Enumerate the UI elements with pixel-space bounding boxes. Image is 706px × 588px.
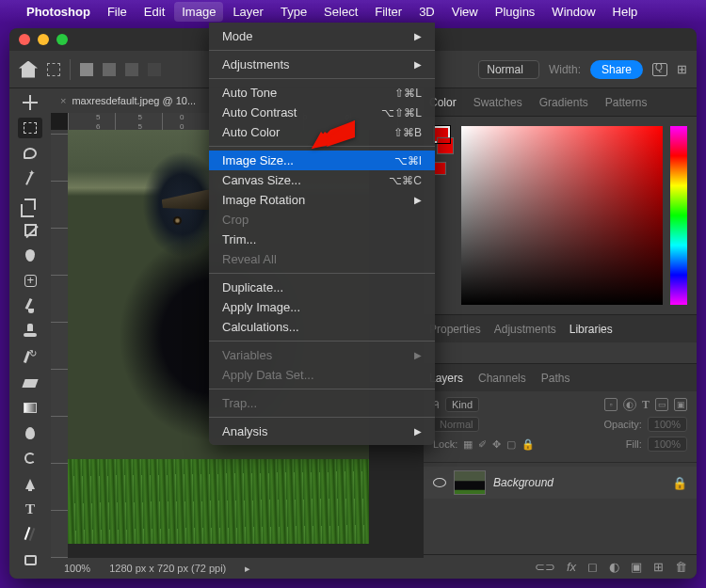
menu-mode[interactable]: Mode▶ — [209, 26, 435, 46]
gradient-tool[interactable] — [18, 397, 42, 418]
menu-auto-tone[interactable]: Auto Tone⇧⌘L — [209, 83, 435, 103]
tab-channels[interactable]: Channels — [478, 372, 526, 385]
fill-swatch4-icon[interactable] — [148, 63, 161, 76]
menubar-app[interactable]: Photoshop — [26, 5, 90, 19]
menu-image[interactable]: Image — [174, 2, 223, 22]
zoom-level[interactable]: 100% — [64, 563, 90, 574]
menu-filter[interactable]: Filter — [375, 5, 402, 19]
tab-libraries[interactable]: Libraries — [570, 323, 613, 336]
lasso-tool[interactable] — [18, 143, 42, 164]
group-icon[interactable]: ▣ — [631, 560, 642, 574]
stamp-tool[interactable] — [18, 321, 42, 342]
share-button[interactable]: Share — [590, 60, 643, 79]
layer-thumbnail[interactable] — [454, 470, 486, 495]
search-icon[interactable] — [652, 63, 667, 76]
menu-auto-contrast[interactable]: Auto Contrast⌥⇧⌘L — [209, 103, 435, 122]
heal-tool[interactable] — [18, 270, 42, 291]
type-tool[interactable]: T — [18, 499, 42, 519]
lock-transparent-icon[interactable]: ▦ — [463, 438, 473, 451]
pen-tool[interactable] — [18, 473, 42, 494]
marquee-preset-icon[interactable] — [47, 63, 60, 76]
crop-tool[interactable] — [18, 194, 42, 215]
opacity-value[interactable]: 100% — [648, 417, 687, 432]
lock-paint-icon[interactable]: ✐ — [478, 438, 487, 451]
fx-icon[interactable]: fx — [567, 560, 576, 574]
fill-swatch3-icon[interactable] — [125, 63, 138, 76]
menu-type[interactable]: Type — [281, 5, 307, 19]
menu-auto-color[interactable]: Auto Color⇧⌘B — [209, 122, 435, 142]
menu-view[interactable]: View — [452, 5, 478, 19]
marquee-tool[interactable] — [18, 118, 42, 138]
blur-tool[interactable] — [18, 422, 42, 443]
history-brush-tool[interactable] — [18, 346, 42, 367]
background-swatch[interactable] — [437, 137, 454, 154]
menu-canvas-size[interactable]: Canvas Size...⌥⌘C — [209, 170, 435, 190]
color-field[interactable] — [461, 126, 663, 305]
workspace-icon[interactable]: ⊞ — [677, 62, 687, 76]
mini-swatch[interactable] — [433, 162, 446, 175]
menu-edit[interactable]: Edit — [144, 5, 165, 19]
fill-swatch2-icon[interactable] — [103, 63, 116, 76]
layer-row[interactable]: Background 🔒 — [424, 467, 697, 499]
tab-gradients[interactable]: Gradients — [539, 96, 588, 109]
minimize-traffic-light[interactable] — [38, 34, 49, 45]
path-tool[interactable] — [18, 524, 42, 545]
filter-smart-icon[interactable]: ▣ — [674, 398, 687, 411]
doc-info[interactable]: 1280 px x 720 px (72 ppi) — [109, 563, 226, 574]
brush-tool[interactable] — [18, 295, 42, 316]
mask-icon[interactable]: ◻ — [587, 560, 598, 574]
menu-calculations[interactable]: Calculations... — [209, 317, 435, 337]
menu-file[interactable]: File — [107, 5, 127, 19]
lock-all-icon[interactable]: 🔒 — [521, 438, 535, 451]
fill-value[interactable]: 100% — [648, 437, 687, 452]
filter-adjust-icon[interactable]: ◐ — [623, 398, 636, 411]
filter-kind[interactable]: Kind — [445, 397, 479, 412]
adjust-layer-icon[interactable]: ◐ — [609, 560, 619, 574]
dodge-tool[interactable] — [18, 448, 42, 469]
fill-swatch-icon[interactable] — [80, 63, 93, 76]
menu-adjustments[interactable]: Adjustments▶ — [209, 55, 435, 74]
new-layer-icon[interactable]: ⊞ — [653, 560, 664, 574]
move-tool[interactable] — [18, 92, 42, 113]
blend-mode[interactable]: Normal — [433, 417, 479, 432]
frame-tool[interactable] — [18, 219, 42, 240]
info-arrow-icon[interactable]: ▸ — [245, 563, 250, 575]
menu-image-rotation[interactable]: Image Rotation▶ — [209, 190, 435, 210]
menu-image-size[interactable]: Image Size...⌥⌘I — [209, 151, 435, 170]
menu-apply-image[interactable]: Apply Image... — [209, 297, 435, 317]
eyedropper-tool[interactable] — [18, 245, 42, 265]
lock-artboard-icon[interactable]: ▢ — [506, 438, 516, 451]
close-tab-icon[interactable]: × — [60, 95, 66, 106]
close-traffic-light[interactable] — [19, 34, 30, 45]
link-icon[interactable]: ⊂⊃ — [535, 560, 555, 574]
menu-duplicate[interactable]: Duplicate... — [209, 278, 435, 297]
menu-plugins[interactable]: Plugins — [495, 5, 536, 19]
filter-type-icon[interactable]: T — [642, 398, 650, 412]
eraser-tool[interactable] — [18, 372, 42, 392]
wand-tool[interactable] — [18, 168, 42, 189]
mode-select[interactable]: Normal — [478, 60, 539, 79]
menu-3d[interactable]: 3D — [419, 5, 435, 19]
layer-name[interactable]: Background — [493, 476, 554, 489]
tab-paths[interactable]: Paths — [541, 372, 570, 385]
lock-position-icon[interactable]: ✥ — [492, 438, 501, 451]
menu-select[interactable]: Select — [324, 5, 358, 19]
menu-analysis[interactable]: Analysis▶ — [209, 421, 435, 441]
delete-icon[interactable]: 🗑 — [675, 560, 687, 574]
menu-trim[interactable]: Trim... — [209, 230, 435, 249]
fg-bg-swatches[interactable] — [433, 126, 454, 305]
visibility-icon[interactable] — [433, 478, 446, 487]
tab-properties[interactable]: Properties — [429, 323, 481, 336]
tab-swatches[interactable]: Swatches — [473, 96, 522, 109]
tab-adjustments[interactable]: Adjustments — [494, 323, 556, 336]
tab-patterns[interactable]: Patterns — [605, 96, 648, 109]
filter-pixel-icon[interactable]: ▫ — [604, 398, 618, 411]
menu-layer[interactable]: Layer — [233, 5, 264, 19]
menu-window[interactable]: Window — [552, 5, 595, 19]
shape-tool[interactable] — [18, 549, 42, 570]
menu-help[interactable]: Help — [613, 5, 638, 19]
home-icon[interactable] — [19, 61, 38, 78]
hue-slider[interactable] — [670, 126, 687, 305]
lock-icon[interactable]: 🔒 — [672, 476, 687, 490]
zoom-traffic-light[interactable] — [56, 34, 68, 45]
